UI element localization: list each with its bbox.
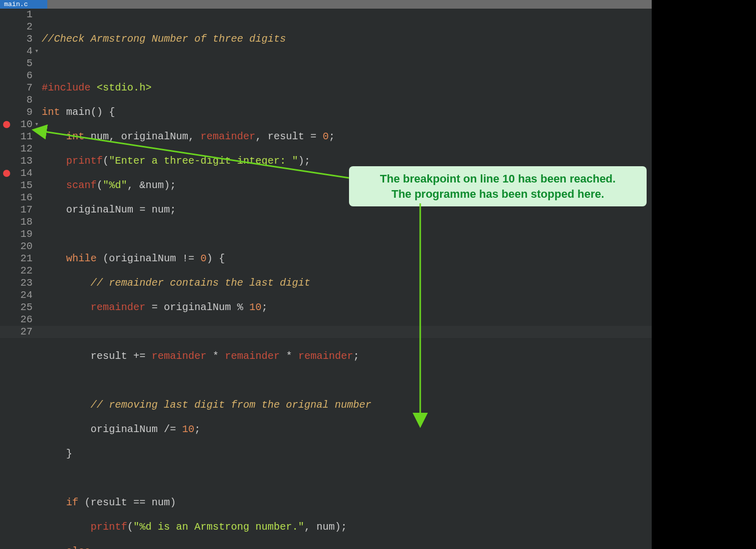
tab-bar: main.c (0, 0, 652, 9)
annotation-callout: The breakpoint on line 10 has been reach… (349, 166, 647, 206)
breakpoint-marker[interactable] (3, 170, 10, 177)
editor-gutter[interactable]: 1 2 3 4▾ 5 6 7 8 9 10▾ 11 12 13 14 15 16… (0, 9, 38, 549)
file-tab-main-c[interactable]: main.c (0, 0, 47, 9)
editor-code-area[interactable]: //Check Armstrong Number of three digits… (38, 9, 652, 549)
breakpoint-marker[interactable] (3, 121, 10, 128)
code-editor[interactable]: 1 2 3 4▾ 5 6 7 8 9 10▾ 11 12 13 14 15 16… (0, 9, 652, 549)
